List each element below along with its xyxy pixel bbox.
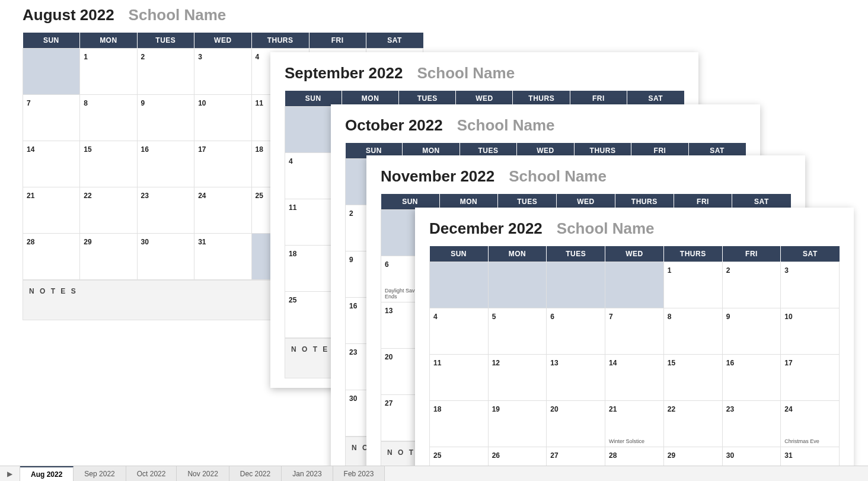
calendar-cell[interactable]: 22 [80,187,137,234]
sheet-tab[interactable]: Dec 2022 [229,466,282,481]
calendar-cell[interactable]: 31 [194,234,251,280]
calendar-cell[interactable] [23,49,80,95]
calendar-cell[interactable]: 9 [722,308,781,355]
tab-nav-left-icon[interactable]: ▶ [0,466,20,481]
calendar-cell[interactable]: 12 [488,355,547,401]
calendar-cell[interactable]: 2 [722,262,781,308]
calendar-cell[interactable] [430,262,489,308]
calendar-cell[interactable]: 9 [137,95,194,141]
date-number: 4 [433,313,438,321]
calendar-cell[interactable]: 30 [137,234,194,280]
sheet-tab[interactable]: Aug 2022 [20,466,74,481]
calendar-cell[interactable]: 20 [547,401,605,447]
day-header: SUN [430,246,489,262]
school-name: School Name [557,219,655,238]
calendar-cell[interactable]: 5 [488,308,547,355]
date-number: 13 [385,307,392,315]
calendar-cell[interactable]: 29 [80,234,137,280]
school-name: School Name [417,64,515,82]
calendar-cell[interactable]: 8 [80,95,137,141]
date-number: 19 [492,405,500,413]
date-number: 9 [141,99,145,107]
date-number: 1 [84,53,88,61]
school-name: School Name [457,116,555,135]
calendar-cell[interactable]: 10 [194,95,251,141]
calendar-cell[interactable]: 23 [137,187,194,234]
calendar-cell[interactable]: 15 [663,355,722,401]
calendar-cell[interactable]: 6 [547,308,605,355]
calendar-cell[interactable]: 21Winter Solstice [605,401,664,447]
calendar-cell[interactable]: 21 [23,187,80,234]
sheet-tab[interactable]: Sep 2022 [74,466,126,481]
calendar-cell[interactable] [547,262,605,308]
calendar-cell[interactable]: 18 [430,401,489,447]
calendar-cell[interactable]: 8 [663,308,722,355]
date-number: 8 [668,313,672,321]
calendar-cell[interactable]: 2 [137,49,194,95]
calendar-cell[interactable] [605,262,664,308]
date-number: 29 [84,238,91,246]
calendar-cell[interactable]: 3 [194,49,251,95]
sheet-tab[interactable]: Oct 2022 [126,466,177,481]
calendar-cell[interactable]: 23 [722,401,781,447]
date-number: 23 [726,405,734,413]
date-number: 2 [141,53,145,61]
calendar-cell[interactable]: 19 [488,401,547,447]
date-number: 17 [784,359,792,367]
date-number: 5 [492,313,496,321]
title-row: November 2022 School Name [381,167,791,186]
calendar-cell[interactable]: 17 [781,355,840,401]
calendar-cell[interactable] [488,262,547,308]
calendar-cell[interactable]: 14 [605,355,664,401]
sheet-tab[interactable]: Feb 2023 [333,466,385,481]
date-number: 20 [550,405,558,413]
calendar-cell[interactable]: 7 [605,308,664,355]
calendar-cell[interactable]: 17 [194,141,251,187]
calendar-cell[interactable]: 22 [663,401,722,447]
date-number: 8 [84,99,88,107]
date-number: 9 [726,313,730,321]
month-title: October 2022 [345,116,443,135]
calendar-cell[interactable]: 4 [430,308,489,355]
date-number: 4 [256,53,260,61]
date-number: 30 [141,238,149,246]
notes-label: N O T E S [29,287,78,295]
calendar-cell[interactable]: 16 [722,355,781,401]
calendar-cell[interactable]: 24 [194,187,251,234]
date-number: 24 [784,405,792,413]
calendar-cell[interactable]: 10 [781,308,840,355]
date-number: 31 [784,451,792,460]
sheet-tab[interactable]: Jan 2023 [282,466,333,481]
date-number: 10 [198,99,206,107]
calendar-cell[interactable]: 1 [80,49,137,95]
date-number: 28 [609,451,617,460]
date-number: 3 [198,53,202,61]
date-number: 30 [726,451,734,460]
date-number: 14 [27,145,34,154]
day-header: WED [605,246,664,262]
calendar-cell[interactable]: 16 [137,141,194,187]
calendar-cell[interactable]: 1 [663,262,722,308]
day-header: MON [80,33,137,49]
calendar-cell[interactable]: 7 [23,95,80,141]
month-title: December 2022 [429,219,542,238]
title-row: December 2022 School Name [429,219,840,238]
date-number: 27 [385,399,392,407]
calendar-cell[interactable]: 11 [430,355,489,401]
date-number: 16 [726,359,734,367]
date-number: 15 [84,145,91,154]
sheet-tab[interactable]: Nov 2022 [177,466,229,481]
date-number: 11 [433,359,441,367]
calendar-cell[interactable]: 28 [23,234,80,280]
calendar-cell[interactable]: 14 [23,141,80,187]
date-number: 20 [385,353,392,361]
date-number: 16 [349,302,357,310]
calendar-cell[interactable]: 15 [80,141,137,187]
calendar-grid-dec: SUNMONTUESWEDTHURSFRISAT1234567891011121… [429,246,840,481]
calendar-cell[interactable]: 13 [547,355,605,401]
calendar-cell[interactable]: 3 [781,262,840,308]
date-number: 31 [198,238,206,246]
date-number: 6 [385,260,389,269]
calendar-cell[interactable]: 24Christmas Eve [781,401,840,447]
date-number: 29 [668,451,675,460]
